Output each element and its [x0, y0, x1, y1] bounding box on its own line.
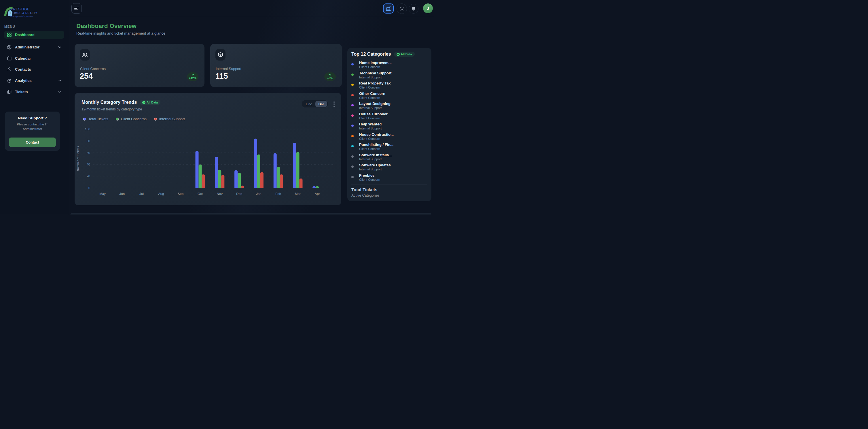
category-type: Client Concern	[359, 178, 429, 181]
legend-label: Internal Support	[159, 117, 185, 121]
device-mode-button[interactable]	[383, 3, 394, 13]
category-item[interactable]: Freebies Client Concern	[351, 173, 429, 182]
category-dot	[351, 104, 354, 106]
dashboard-grid-icon	[7, 33, 11, 37]
chart-type-toggle: Line Bar	[302, 100, 328, 108]
category-dot	[351, 114, 354, 117]
toggle-line-option[interactable]: Line	[303, 101, 315, 107]
category-item[interactable]: House Contructio... Client Concern	[351, 132, 429, 142]
laptop-pen-icon	[385, 6, 391, 11]
sidebar-item-tickets[interactable]: Tickets	[4, 88, 64, 96]
users-icon	[80, 49, 90, 61]
top-bar: J	[68, 0, 434, 17]
support-text-line2: Administrator	[23, 127, 42, 131]
notifications-button[interactable]	[409, 4, 418, 13]
stat-change-value: +8%	[327, 77, 333, 80]
calendar-icon	[7, 56, 11, 61]
svg-text:80: 80	[87, 139, 90, 143]
sidebar-item-calendar[interactable]: Calendar	[4, 55, 64, 62]
category-item[interactable]: Technical Support Internal Support	[351, 71, 429, 80]
category-item[interactable]: Layout Designing Internal Support	[351, 102, 429, 111]
svg-text:Mar: Mar	[295, 192, 301, 196]
user-avatar[interactable]: J	[423, 3, 433, 13]
category-dot	[351, 74, 354, 76]
sidebar-item-analytics[interactable]: Analytics	[4, 77, 64, 84]
legend-item-client-concerns[interactable]: Client Concerns	[116, 117, 147, 121]
svg-text:Aug: Aug	[158, 192, 164, 196]
support-title: Need Support ?	[5, 116, 60, 120]
logo-line2: HOMES & REALTY	[10, 11, 37, 15]
sidebar-item-label: Contacts	[15, 67, 31, 72]
svg-text:100: 100	[85, 127, 90, 131]
svg-text:20: 20	[87, 174, 90, 178]
category-name: Punchlisting / Fin...	[359, 142, 429, 147]
logo-line1: PRESTIGE	[10, 7, 30, 11]
arrow-up-icon	[191, 74, 194, 77]
category-dot	[351, 166, 354, 168]
category-item[interactable]: Real Property Tax Client Concern	[351, 81, 429, 90]
menu-section-label: MENU	[4, 25, 15, 28]
category-name: Technical Support	[359, 71, 429, 75]
category-type: Client Concern	[359, 116, 429, 120]
stat-label: Internal Support	[216, 67, 241, 71]
svg-text:Jan: Jan	[256, 192, 261, 196]
category-name: Help Wanted	[359, 122, 429, 126]
category-item[interactable]: House Turnover Client Concern	[351, 112, 429, 121]
next-section-card-edge	[70, 213, 431, 214]
total-tickets-label: Total Tickets	[351, 187, 377, 192]
category-name: Real Property Tax	[359, 81, 429, 85]
stat-change-badge: +8%	[324, 72, 336, 81]
category-name: House Contructio...	[359, 132, 429, 137]
bar-chart: 020406080100Number of TicketsMayJunJulAu…	[74, 125, 341, 198]
category-dot	[351, 124, 354, 127]
dashboard-app: PRESTIGE HOMES & REALTY Development Corp…	[0, 0, 434, 214]
category-type: Internal Support	[359, 106, 429, 110]
sidebar-item-dashboard[interactable]: Dashboard	[4, 31, 64, 39]
stat-change-value: +12%	[189, 77, 196, 80]
legend-dot	[154, 118, 157, 120]
svg-text:Jul: Jul	[140, 192, 144, 196]
stat-value: 254	[80, 72, 93, 81]
category-dot	[351, 145, 354, 147]
category-name: Other Concern	[359, 91, 429, 96]
category-name: Software Updates	[359, 163, 429, 167]
category-name: Freebies	[359, 173, 429, 178]
sun-icon	[399, 6, 404, 11]
sidebar: PRESTIGE HOMES & REALTY Development Corp…	[0, 0, 68, 214]
toggle-bar-option[interactable]: Bar	[315, 101, 327, 107]
category-type: Internal Support	[359, 168, 429, 171]
category-item[interactable]: Software Updates Internal Support	[351, 163, 429, 172]
category-name: Layout Designing	[359, 102, 429, 106]
logo-tagline: Development Corporation	[10, 15, 33, 18]
hamburger-icon	[74, 6, 79, 10]
company-logo: PRESTIGE HOMES & REALTY Development Corp…	[3, 6, 40, 19]
category-name: Software Installa...	[359, 153, 429, 157]
contact-button[interactable]: Contact	[9, 138, 56, 147]
legend-item-internal-support[interactable]: Internal Support	[154, 117, 185, 121]
panel-divider	[351, 184, 427, 185]
category-type: Client Concern	[359, 86, 429, 89]
sidebar-item-contacts[interactable]: Contacts	[4, 65, 64, 73]
theme-toggle-button[interactable]	[397, 3, 407, 14]
category-item[interactable]: Punchlisting / Fin... Client Concern	[351, 142, 429, 152]
category-type: Internal Support	[359, 158, 429, 161]
category-type: Client Concern	[359, 65, 429, 68]
category-item[interactable]: Home Improvem... Client Concern	[351, 61, 429, 70]
all-data-badge-label: All Data	[147, 101, 158, 104]
legend-item-total-tickets[interactable]: Total Tickets	[83, 117, 108, 121]
monthly-trends-card: Monthly Category Trends All Data 12-mont…	[74, 93, 341, 205]
support-text-line1: Please contact the IT	[17, 122, 48, 126]
sidebar-item-label: Calendar	[15, 56, 31, 61]
category-item[interactable]: Other Concern Client Concern	[351, 91, 429, 101]
category-item[interactable]: Software Installa... Internal Support	[351, 153, 429, 162]
sidebar-toggle-button[interactable]	[71, 3, 82, 13]
category-type: Client Concern	[359, 137, 429, 140]
trend-card-subtitle: 12-month ticket trends by category type	[82, 107, 142, 111]
support-text: Please contact the IT Administrator	[5, 122, 60, 131]
sidebar-item-administrator[interactable]: Administrator	[4, 43, 64, 51]
kebab-menu-icon[interactable]	[333, 102, 336, 107]
category-item[interactable]: Help Wanted Internal Support	[351, 122, 429, 131]
active-categories-label: Active Categories	[351, 194, 379, 198]
category-dot	[351, 63, 354, 65]
person-icon	[7, 67, 11, 72]
